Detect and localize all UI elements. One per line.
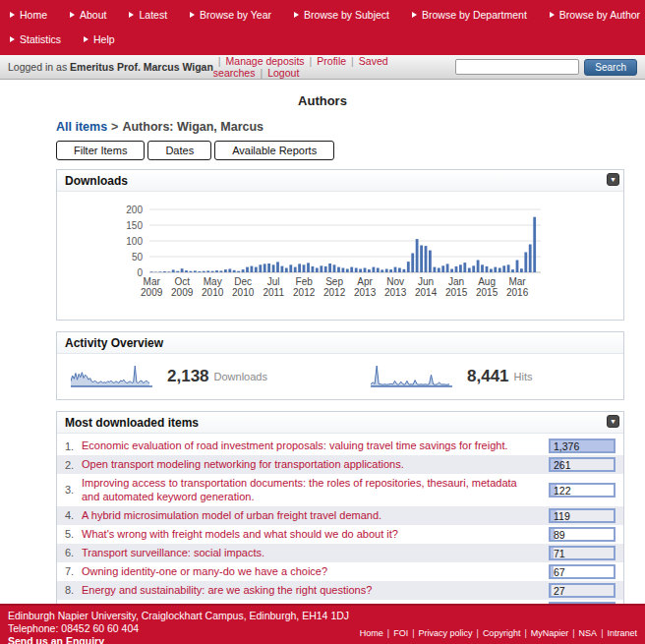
item-title-link[interactable]: A hybrid microsimulation model of urban … — [82, 508, 549, 522]
svg-text:2011: 2011 — [263, 287, 284, 298]
svg-text:2010: 2010 — [232, 287, 255, 298]
nav-item-label: Statistics — [20, 33, 61, 45]
most-downloaded-header: Most downloaded items ▼ — [57, 412, 623, 434]
item-title-link[interactable]: Improving access to transportation docum… — [82, 476, 549, 504]
triangle-bullet-icon — [70, 12, 75, 18]
downloads-sparkline — [71, 364, 153, 389]
svg-text:2010: 2010 — [202, 287, 224, 298]
item-rank: 1. — [65, 440, 82, 452]
nav-item-home[interactable]: Home — [10, 9, 47, 21]
nav-item-label: About — [80, 9, 106, 21]
logged-in-prefix: Logged in as — [8, 61, 67, 73]
nav-item-browse-by-author[interactable]: Browse by Author — [550, 9, 640, 21]
activity-panel-header: Activity Overview — [57, 332, 623, 354]
footer-link-foi[interactable]: FOI — [393, 628, 408, 638]
most-downloaded-row: 5.What's wrong with freight models and w… — [57, 525, 623, 544]
download-count-gauge: 67 — [549, 564, 616, 579]
download-count: 261 — [551, 459, 571, 471]
search-input[interactable] — [455, 59, 579, 75]
footer-link-nsa[interactable]: NSA — [579, 628, 598, 638]
available-reports-button[interactable]: Available Reports — [214, 141, 334, 160]
footer-link-mynapier[interactable]: MyNapier — [531, 628, 569, 638]
footer-link-home[interactable]: Home — [360, 628, 383, 638]
nav-item-about[interactable]: About — [70, 9, 106, 21]
svg-text:2013: 2013 — [354, 287, 377, 298]
panel-dropdown-icon[interactable]: ▼ — [607, 415, 619, 428]
svg-text:50: 50 — [132, 252, 144, 263]
nav-item-help[interactable]: Help — [84, 33, 115, 45]
download-count-gauge: 1,376 — [549, 439, 616, 453]
report-toolbar: Filter ItemsDatesAvailable Reports — [56, 141, 624, 160]
profile-link[interactable]: Profile — [317, 55, 346, 67]
separator: | — [477, 628, 479, 638]
dates-button[interactable]: Dates — [147, 141, 211, 160]
most-downloaded-row: 4.A hybrid microsimulation model of urba… — [57, 506, 623, 525]
downloads-panel: Downloads ▼ 050100150200Mar2009Oct2009Ma… — [56, 169, 624, 321]
download-count-gauge: 89 — [549, 527, 616, 542]
nav-item-statistics[interactable]: Statistics — [10, 33, 61, 45]
hits-total-label: Hits — [514, 371, 533, 382]
svg-text:Jan: Jan — [448, 276, 464, 287]
svg-text:100: 100 — [126, 236, 143, 247]
item-title-link[interactable]: Transport surveillance: social impacts. — [82, 546, 549, 559]
login-links: |Manage deposits|Profile|Saved searches|… — [213, 55, 455, 79]
nav-item-browse-by-year[interactable]: Browse by Year — [190, 9, 271, 21]
svg-text:200: 200 — [126, 205, 143, 215]
footer-link-privacy-policy[interactable]: Privacy policy — [419, 628, 473, 638]
manage-deposits-link[interactable]: Manage deposits — [226, 55, 305, 67]
svg-text:Feb: Feb — [296, 276, 314, 287]
svg-text:2016: 2016 — [506, 287, 529, 298]
most-downloaded-row: 7.Owning identity-one or many-do we have… — [57, 562, 623, 581]
item-rank: 8. — [65, 584, 82, 596]
breadcrumb: All items>Authors: Wigan, Marcus — [56, 120, 624, 134]
item-rank: 5. — [65, 528, 82, 540]
item-title-link[interactable]: Open transport modeling networking for t… — [82, 457, 549, 471]
nav-item-label: Browse by Subject — [304, 9, 389, 21]
hits-sparkline — [371, 364, 453, 389]
downloads-panel-header: Downloads ▼ — [57, 170, 623, 192]
footer-link-copyright[interactable]: Copyright — [483, 628, 521, 638]
nav-row-primary: HomeAboutLatestBrowse by YearBrowse by S… — [10, 8, 635, 22]
logout-link[interactable]: Logout — [267, 67, 299, 79]
downloads-total: 2,138 — [167, 367, 209, 386]
svg-text:0: 0 — [137, 267, 143, 278]
svg-text:150: 150 — [126, 220, 143, 231]
main-content: All items>Authors: Wigan, Marcus Filter … — [56, 120, 624, 644]
download-count: 1,376 — [551, 440, 579, 452]
search-button[interactable]: Search — [584, 59, 637, 76]
svg-text:2009: 2009 — [171, 287, 194, 298]
page-title: Authors — [0, 93, 645, 108]
most-downloaded-title: Most downloaded items — [65, 416, 199, 430]
triangle-bullet-icon — [412, 12, 417, 18]
svg-text:Mar: Mar — [144, 276, 161, 287]
filter-items-button[interactable]: Filter Items — [56, 141, 145, 160]
download-count-gauge: 71 — [549, 546, 616, 560]
download-count-gauge: 122 — [549, 483, 616, 498]
footer-link-intranet[interactable]: Intranet — [607, 628, 637, 638]
breadcrumb-all-items-link[interactable]: All items — [56, 120, 107, 134]
separator: | — [218, 55, 221, 67]
most-downloaded-list: 1.Economic evaluation of road investment… — [57, 434, 623, 618]
most-downloaded-row: 8.Energy and sustainability: are we aski… — [57, 581, 623, 600]
download-count: 122 — [551, 485, 571, 497]
item-title-link[interactable]: Economic evaluation of road investment p… — [82, 439, 549, 452]
item-rank: 7. — [65, 565, 82, 577]
svg-text:2012: 2012 — [323, 287, 346, 298]
separator: | — [412, 628, 414, 638]
downloads-panel-title: Downloads — [65, 174, 128, 188]
item-title-link[interactable]: What's wrong with freight models and wha… — [82, 527, 549, 541]
nav-item-browse-by-subject[interactable]: Browse by Subject — [294, 9, 389, 21]
svg-text:2015: 2015 — [476, 287, 498, 298]
panel-dropdown-icon[interactable]: ▼ — [607, 173, 619, 186]
triangle-bullet-icon — [294, 12, 299, 18]
nav-item-browse-by-department[interactable]: Browse by Department — [412, 9, 527, 21]
item-rank: 6. — [65, 547, 82, 558]
triangle-bullet-icon — [129, 12, 134, 18]
downloads-stat-group: 2,138 Downloads — [71, 364, 347, 389]
downloads-total-label: Downloads — [214, 371, 267, 382]
item-title-link[interactable]: Owning identity-one or many-do we have a… — [82, 564, 549, 578]
nav-item-latest[interactable]: Latest — [129, 9, 167, 21]
svg-text:Jul: Jul — [267, 276, 280, 287]
item-title-link[interactable]: Energy and sustainability: are we asking… — [82, 583, 549, 597]
logged-in-text: Logged in as Emeritus Prof. Marcus Wigan — [8, 61, 213, 73]
